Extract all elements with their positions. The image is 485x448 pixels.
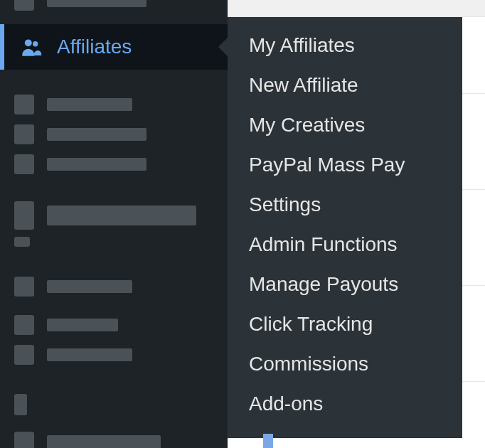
admin-sidebar: Affiliates xyxy=(0,0,228,448)
sidebar-item-obscured[interactable] xyxy=(0,232,228,252)
content-topbar xyxy=(228,0,485,17)
placeholder-text xyxy=(47,0,146,7)
placeholder-icon xyxy=(14,124,34,144)
sidebar-item-obscured[interactable] xyxy=(0,390,228,420)
flyout-item-settings[interactable]: Settings xyxy=(228,185,462,225)
flyout-item-add-ons[interactable]: Add-ons xyxy=(228,384,462,424)
placeholder-icon xyxy=(14,237,30,247)
placeholder-icon xyxy=(14,432,34,448)
sidebar-item-obscured[interactable] xyxy=(0,340,228,370)
sidebar-item-obscured[interactable] xyxy=(0,428,228,448)
placeholder-icon xyxy=(14,394,27,415)
placeholder-text xyxy=(47,319,118,331)
placeholder-text xyxy=(47,280,132,293)
affiliates-flyout-menu: My Affiliates New Affiliate My Creatives… xyxy=(228,17,462,438)
flyout-pointer-icon xyxy=(218,37,228,57)
placeholder-text xyxy=(47,98,132,111)
placeholder-text xyxy=(47,158,146,171)
sidebar-item-label: Affiliates xyxy=(57,36,132,58)
placeholder-icon xyxy=(14,345,34,365)
sidebar-item-obscured[interactable] xyxy=(0,310,228,340)
placeholder-icon xyxy=(14,277,34,297)
placeholder-icon xyxy=(14,0,34,11)
flyout-item-paypal-mass-pay[interactable]: PayPal Mass Pay xyxy=(228,145,462,185)
flyout-item-new-affiliate[interactable]: New Affiliate xyxy=(228,65,462,105)
placeholder-text xyxy=(47,435,161,448)
placeholder-text xyxy=(47,348,132,361)
sidebar-item-obscured[interactable] xyxy=(0,119,228,149)
flyout-item-manage-payouts[interactable]: Manage Payouts xyxy=(228,265,462,304)
sidebar-item-obscured[interactable] xyxy=(0,272,228,302)
flyout-item-my-affiliates[interactable]: My Affiliates xyxy=(228,26,462,65)
sidebar-item-obscured[interactable] xyxy=(0,90,228,119)
svg-point-0 xyxy=(25,39,32,46)
accent-bar xyxy=(263,434,273,448)
placeholder-icon xyxy=(14,154,34,174)
placeholder-text xyxy=(47,206,196,225)
sidebar-item-affiliates[interactable]: Affiliates xyxy=(0,24,228,70)
flyout-item-admin-functions[interactable]: Admin Functions xyxy=(228,225,462,265)
placeholder-text xyxy=(47,128,146,141)
flyout-item-my-creatives[interactable]: My Creatives xyxy=(228,105,462,145)
flyout-item-click-tracking[interactable]: Click Tracking xyxy=(228,304,462,344)
sidebar-item-obscured[interactable] xyxy=(0,0,228,16)
svg-point-1 xyxy=(33,41,38,46)
placeholder-icon xyxy=(14,201,34,230)
users-icon xyxy=(18,34,44,60)
placeholder-icon xyxy=(14,95,34,114)
sidebar-item-obscured[interactable] xyxy=(0,199,228,232)
flyout-item-commissions[interactable]: Commissions xyxy=(228,344,462,384)
placeholder-icon xyxy=(14,315,34,335)
sidebar-item-obscured[interactable] xyxy=(0,149,228,179)
